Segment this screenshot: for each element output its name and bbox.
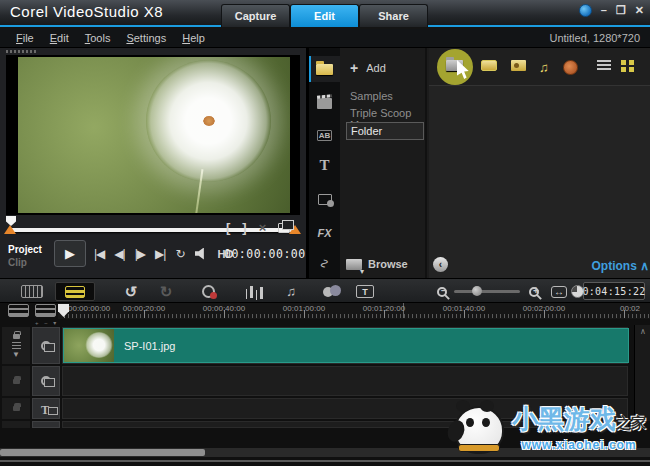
project-duration-value[interactable]: 0:04:15:22 <box>583 282 645 300</box>
add-folder-button[interactable]: + Add <box>350 60 386 76</box>
motion-path-button[interactable]: ∿ <box>309 250 340 276</box>
tab-share[interactable]: Share <box>359 4 428 27</box>
mark-in-button[interactable]: [ <box>226 220 230 235</box>
auto-music-button[interactable]: ♫ <box>278 282 304 301</box>
sound-mixer-button[interactable] <box>238 282 264 301</box>
track-expand-icon[interactable]: ▼ <box>12 352 20 358</box>
filter-360-button[interactable] <box>563 60 578 75</box>
timecode-value[interactable]: 00:00:00:00 <box>224 247 306 261</box>
workspace-tabs: Capture Edit Share <box>221 4 428 27</box>
video-track-lane[interactable]: SP-I01.jpg <box>62 327 628 364</box>
tab-edit[interactable]: Edit <box>290 4 359 27</box>
add-label: Add <box>366 62 386 74</box>
timeline-view-icon <box>65 286 85 298</box>
menu-tools[interactable]: Tools <box>85 32 111 44</box>
enlarge-preview-icon[interactable] <box>278 223 290 233</box>
filter-button[interactable]: FX <box>309 220 340 246</box>
zoom-in-button[interactable] <box>524 282 544 301</box>
nav-item-samples[interactable]: Samples <box>346 88 424 104</box>
track-lock-icon[interactable] <box>13 379 20 384</box>
ruler-label: 00:01:40:00 <box>443 304 485 313</box>
minimize-button[interactable]: – <box>601 3 607 17</box>
storyboard-view-button[interactable] <box>18 282 46 301</box>
motion-tracking-icon <box>323 287 333 297</box>
maximize-button[interactable]: ❒ <box>616 3 626 17</box>
tab-capture[interactable]: Capture <box>221 4 290 27</box>
instant-project-button[interactable] <box>309 90 340 116</box>
media-category-button[interactable] <box>309 56 340 82</box>
zoom-out-button[interactable] <box>432 282 452 301</box>
preview-frame-dandelion <box>18 57 290 213</box>
menu-settings[interactable]: Settings <box>126 32 166 44</box>
track-lock-icon[interactable] <box>13 406 20 411</box>
timeline-clip[interactable]: SP-I01.jpg <box>63 328 629 363</box>
menu-help[interactable]: Help <box>182 32 205 44</box>
overlay-track-icon <box>41 376 51 386</box>
trim-in-handle[interactable] <box>4 225 16 234</box>
timeline-view-button[interactable] <box>55 282 95 301</box>
options-button[interactable]: Options ∧ <box>592 259 649 273</box>
videostudio-window: Corel VideoStudio X8 Capture Edit Share … <box>0 0 650 466</box>
media-folder-icon <box>316 64 333 75</box>
menu-file[interactable]: File <box>16 32 34 44</box>
overlay-track-ribbon[interactable] <box>2 366 30 396</box>
mode-project-label[interactable]: Project <box>8 244 52 255</box>
previous-frame-button[interactable]: ◀| <box>114 247 124 261</box>
go-to-end-button[interactable]: ▶| <box>155 247 165 261</box>
panda-logo <box>448 392 510 460</box>
timeline-ruler[interactable]: 00:00:00:00 00:00:20:00 00:00:40:00 00:0… <box>58 303 650 319</box>
list-view-button[interactable] <box>597 60 611 70</box>
video-track-ribbon[interactable]: ▼ <box>2 327 30 364</box>
graphic-button[interactable] <box>309 186 340 212</box>
record-capture-button[interactable] <box>195 282 221 301</box>
timeline-zoom-slider[interactable] <box>452 282 522 301</box>
videos-filter-icon <box>481 60 497 71</box>
show-all-tracks-button[interactable] <box>8 304 29 317</box>
scroll-up-icon[interactable]: ∧ <box>635 327 650 336</box>
filter-photos-button[interactable] <box>511 60 526 71</box>
play-button[interactable]: ▶ <box>54 240 86 267</box>
volume-icon[interactable] <box>195 248 208 260</box>
voice-track-ribbon[interactable] <box>2 421 30 428</box>
zoom-slider-thumb[interactable] <box>472 286 482 296</box>
filter-audio-button[interactable]: ♫ <box>539 60 549 75</box>
video-track-header[interactable] <box>32 327 60 364</box>
repeat-button[interactable]: ↻ <box>175 247 184 261</box>
title-track-ribbon[interactable] <box>2 398 30 419</box>
fit-timeline-button[interactable]: ↔ <box>548 282 570 301</box>
redo-button[interactable]: ↻ <box>155 282 177 301</box>
undo-button[interactable]: ↺ <box>120 282 142 301</box>
voice-track-header[interactable] <box>32 421 60 428</box>
transition-button[interactable]: AB <box>309 122 340 148</box>
track-view-toggle-button[interactable] <box>35 304 56 317</box>
nav-item-folder[interactable]: Folder <box>346 122 424 140</box>
track-manager-controls[interactable]: + − ▾ <box>35 319 58 326</box>
title-track-header[interactable]: T <box>32 398 60 419</box>
thumbnail-view-button[interactable] <box>621 60 626 65</box>
track-lock-icon[interactable] <box>13 334 20 339</box>
panda-eye <box>482 418 490 427</box>
filter-videos-button[interactable] <box>481 60 497 71</box>
subtitle-editor-button[interactable]: T <box>352 282 378 301</box>
track-list-icon <box>12 342 21 349</box>
zoom-out-icon <box>437 287 447 297</box>
hscroll-thumb[interactable] <box>0 449 205 456</box>
plus-icon: + <box>350 60 358 76</box>
menu-bar: File Edit Tools Settings Help Untitled, … <box>0 29 650 48</box>
go-to-start-button[interactable]: |◀ <box>94 247 104 261</box>
browse-button[interactable]: Browse <box>346 258 408 270</box>
mark-out-button[interactable]: ] <box>242 220 246 235</box>
collapse-nav-button[interactable]: ‹ <box>433 257 448 272</box>
panda-ear <box>480 400 494 412</box>
overlay-track-header[interactable] <box>32 366 60 396</box>
mode-clip-label[interactable]: Clip <box>8 257 52 268</box>
app-title: Corel VideoStudio X8 <box>10 3 163 20</box>
close-button[interactable]: ✕ <box>635 3 644 17</box>
menu-edit[interactable]: Edit <box>50 32 69 44</box>
motion-tracking-button[interactable] <box>314 282 342 301</box>
title-button[interactable]: T <box>309 152 340 178</box>
split-clip-button[interactable]: × <box>259 220 267 235</box>
help-globe-icon[interactable] <box>579 4 592 17</box>
undo-icon: ↺ <box>125 283 138 301</box>
next-frame-button[interactable]: |▶ <box>135 247 145 261</box>
